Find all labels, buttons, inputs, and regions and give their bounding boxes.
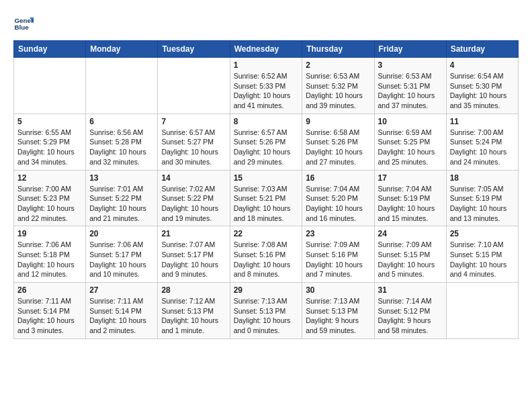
day-info: Sunrise: 7:09 AM Sunset: 5:15 PM Dayligh… — [378, 240, 443, 279]
calendar-cell: 9Sunrise: 6:58 AM Sunset: 5:26 PM Daylig… — [302, 113, 374, 170]
day-number: 10 — [378, 117, 443, 126]
day-info: Sunrise: 7:11 AM Sunset: 5:14 PM Dayligh… — [89, 296, 154, 336]
day-info: Sunrise: 7:05 AM Sunset: 5:19 PM Dayligh… — [450, 184, 515, 224]
day-number: 4 — [450, 60, 515, 70]
logo: General Blue — [13, 13, 36, 34]
day-number: 17 — [378, 173, 443, 183]
day-info: Sunrise: 7:10 AM Sunset: 5:15 PM Dayligh… — [450, 240, 515, 279]
day-number: 6 — [89, 117, 154, 126]
column-header-sunday: Sunday — [14, 41, 86, 58]
day-number: 24 — [378, 229, 443, 238]
calendar-cell: 4Sunrise: 6:54 AM Sunset: 5:30 PM Daylig… — [446, 58, 518, 114]
day-info: Sunrise: 7:08 AM Sunset: 5:16 PM Dayligh… — [234, 240, 299, 279]
day-info: Sunrise: 7:06 AM Sunset: 5:17 PM Dayligh… — [89, 240, 154, 279]
day-info: Sunrise: 7:09 AM Sunset: 5:16 PM Dayligh… — [306, 240, 370, 279]
day-number: 15 — [234, 173, 299, 183]
column-header-friday: Friday — [374, 41, 446, 58]
day-info: Sunrise: 6:53 AM Sunset: 5:31 PM Dayligh… — [378, 71, 443, 111]
day-info: Sunrise: 6:53 AM Sunset: 5:32 PM Dayligh… — [306, 71, 370, 111]
calendar-cell: 12Sunrise: 7:00 AM Sunset: 5:23 PM Dayli… — [14, 170, 86, 226]
day-info: Sunrise: 7:13 AM Sunset: 5:13 PM Dayligh… — [234, 296, 299, 336]
day-number: 21 — [161, 229, 226, 238]
calendar-table: SundayMondayTuesdayWednesdayThursdayFrid… — [13, 40, 519, 339]
week-row-1: 1Sunrise: 6:52 AM Sunset: 5:33 PM Daylig… — [14, 58, 519, 114]
calendar-cell: 8Sunrise: 6:57 AM Sunset: 5:26 PM Daylig… — [230, 113, 302, 170]
day-info: Sunrise: 7:00 AM Sunset: 5:24 PM Dayligh… — [450, 128, 515, 167]
week-row-5: 26Sunrise: 7:11 AM Sunset: 5:14 PM Dayli… — [14, 283, 519, 339]
day-number: 7 — [161, 117, 226, 126]
day-info: Sunrise: 7:00 AM Sunset: 5:23 PM Dayligh… — [17, 184, 82, 224]
calendar-cell: 31Sunrise: 7:14 AM Sunset: 5:12 PM Dayli… — [374, 283, 446, 339]
day-number: 20 — [89, 229, 154, 238]
calendar-cell: 19Sunrise: 7:06 AM Sunset: 5:18 PM Dayli… — [14, 226, 86, 283]
calendar-cell — [86, 58, 158, 114]
calendar-cell: 1Sunrise: 6:52 AM Sunset: 5:33 PM Daylig… — [230, 58, 302, 114]
day-info: Sunrise: 6:59 AM Sunset: 5:25 PM Dayligh… — [378, 128, 443, 167]
day-number: 26 — [17, 285, 82, 295]
calendar-cell: 24Sunrise: 7:09 AM Sunset: 5:15 PM Dayli… — [374, 226, 446, 283]
column-header-saturday: Saturday — [446, 41, 518, 58]
calendar-cell: 27Sunrise: 7:11 AM Sunset: 5:14 PM Dayli… — [86, 283, 158, 339]
calendar-cell: 16Sunrise: 7:04 AM Sunset: 5:20 PM Dayli… — [302, 170, 374, 226]
calendar-cell: 23Sunrise: 7:09 AM Sunset: 5:16 PM Dayli… — [302, 226, 374, 283]
day-info: Sunrise: 7:04 AM Sunset: 5:20 PM Dayligh… — [306, 184, 370, 224]
column-header-wednesday: Wednesday — [230, 41, 302, 58]
day-info: Sunrise: 7:07 AM Sunset: 5:17 PM Dayligh… — [161, 240, 226, 279]
day-info: Sunrise: 7:03 AM Sunset: 5:21 PM Dayligh… — [234, 184, 299, 224]
calendar-cell: 3Sunrise: 6:53 AM Sunset: 5:31 PM Daylig… — [374, 58, 446, 114]
day-number: 2 — [306, 60, 370, 70]
calendar-cell: 5Sunrise: 6:55 AM Sunset: 5:29 PM Daylig… — [14, 113, 86, 170]
day-number: 3 — [378, 60, 443, 70]
day-number: 27 — [89, 285, 154, 295]
header-row: SundayMondayTuesdayWednesdayThursdayFrid… — [14, 41, 519, 58]
day-info: Sunrise: 7:04 AM Sunset: 5:19 PM Dayligh… — [378, 184, 443, 224]
week-row-3: 12Sunrise: 7:00 AM Sunset: 5:23 PM Dayli… — [14, 170, 519, 226]
day-number: 31 — [378, 285, 443, 295]
day-info: Sunrise: 6:57 AM Sunset: 5:26 PM Dayligh… — [234, 128, 299, 167]
day-number: 9 — [306, 117, 370, 126]
calendar-cell: 29Sunrise: 7:13 AM Sunset: 5:13 PM Dayli… — [230, 283, 302, 339]
day-info: Sunrise: 6:55 AM Sunset: 5:29 PM Dayligh… — [17, 128, 82, 167]
column-header-tuesday: Tuesday — [158, 41, 230, 58]
day-info: Sunrise: 6:56 AM Sunset: 5:28 PM Dayligh… — [89, 128, 154, 167]
day-number: 19 — [17, 229, 82, 238]
calendar-cell: 14Sunrise: 7:02 AM Sunset: 5:22 PM Dayli… — [158, 170, 230, 226]
day-info: Sunrise: 7:13 AM Sunset: 5:13 PM Dayligh… — [306, 296, 370, 336]
calendar-cell: 22Sunrise: 7:08 AM Sunset: 5:16 PM Dayli… — [230, 226, 302, 283]
day-info: Sunrise: 7:11 AM Sunset: 5:14 PM Dayligh… — [17, 296, 82, 336]
calendar-cell: 11Sunrise: 7:00 AM Sunset: 5:24 PM Dayli… — [446, 113, 518, 170]
day-info: Sunrise: 6:57 AM Sunset: 5:27 PM Dayligh… — [161, 128, 226, 167]
day-info: Sunrise: 6:54 AM Sunset: 5:30 PM Dayligh… — [450, 71, 515, 111]
calendar-cell: 25Sunrise: 7:10 AM Sunset: 5:15 PM Dayli… — [446, 226, 518, 283]
day-number: 8 — [234, 117, 299, 126]
calendar-cell — [14, 58, 86, 114]
calendar-cell: 17Sunrise: 7:04 AM Sunset: 5:19 PM Dayli… — [374, 170, 446, 226]
calendar-cell — [158, 58, 230, 114]
calendar-cell: 13Sunrise: 7:01 AM Sunset: 5:22 PM Dayli… — [86, 170, 158, 226]
day-info: Sunrise: 7:02 AM Sunset: 5:22 PM Dayligh… — [161, 184, 226, 224]
day-number: 16 — [306, 173, 370, 183]
day-number: 1 — [234, 60, 299, 70]
column-header-thursday: Thursday — [302, 41, 374, 58]
day-info: Sunrise: 7:01 AM Sunset: 5:22 PM Dayligh… — [89, 184, 154, 224]
day-number: 5 — [17, 117, 82, 126]
calendar-cell: 10Sunrise: 6:59 AM Sunset: 5:25 PM Dayli… — [374, 113, 446, 170]
calendar-cell — [446, 283, 518, 339]
calendar-cell: 7Sunrise: 6:57 AM Sunset: 5:27 PM Daylig… — [158, 113, 230, 170]
day-number: 11 — [450, 117, 515, 126]
column-header-monday: Monday — [86, 41, 158, 58]
calendar-cell: 6Sunrise: 6:56 AM Sunset: 5:28 PM Daylig… — [86, 113, 158, 170]
day-number: 30 — [306, 285, 370, 295]
day-info: Sunrise: 7:12 AM Sunset: 5:13 PM Dayligh… — [161, 296, 226, 336]
day-info: Sunrise: 7:14 AM Sunset: 5:12 PM Dayligh… — [378, 296, 443, 336]
page-header: General Blue — [13, 13, 519, 34]
day-info: Sunrise: 6:58 AM Sunset: 5:26 PM Dayligh… — [306, 128, 370, 167]
calendar-cell: 28Sunrise: 7:12 AM Sunset: 5:13 PM Dayli… — [158, 283, 230, 339]
calendar-cell: 15Sunrise: 7:03 AM Sunset: 5:21 PM Dayli… — [230, 170, 302, 226]
calendar-cell: 21Sunrise: 7:07 AM Sunset: 5:17 PM Dayli… — [158, 226, 230, 283]
day-number: 13 — [89, 173, 154, 183]
calendar-cell: 20Sunrise: 7:06 AM Sunset: 5:17 PM Dayli… — [86, 226, 158, 283]
day-info: Sunrise: 6:52 AM Sunset: 5:33 PM Dayligh… — [234, 71, 299, 111]
day-number: 28 — [161, 285, 226, 295]
calendar-cell: 18Sunrise: 7:05 AM Sunset: 5:19 PM Dayli… — [446, 170, 518, 226]
